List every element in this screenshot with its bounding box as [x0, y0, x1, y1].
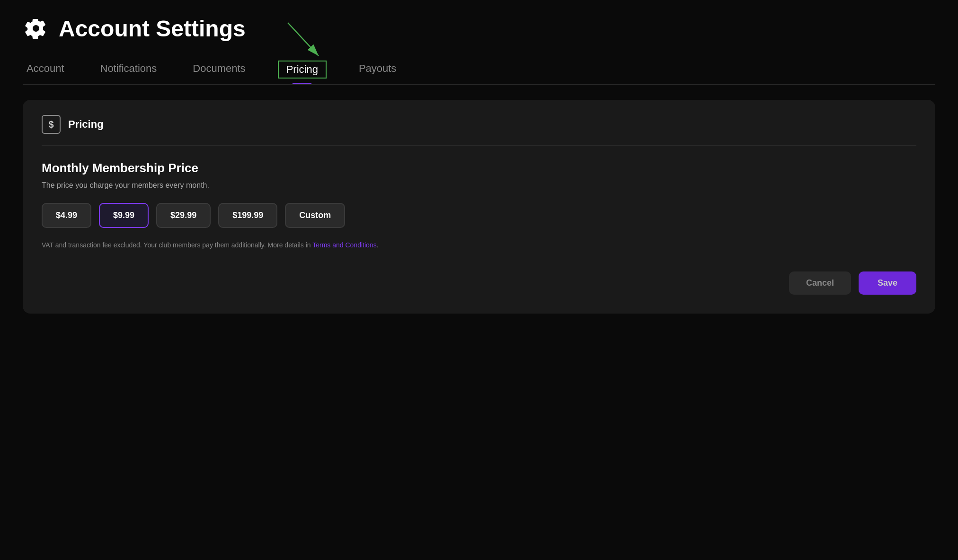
tab-payouts[interactable]: Payouts [355, 61, 400, 79]
gear-icon [23, 15, 49, 42]
price-button-999[interactable]: $9.99 [99, 203, 149, 228]
tab-pricing[interactable]: Pricing [278, 61, 327, 79]
card-header: $ Pricing [42, 115, 916, 146]
card-title: Pricing [68, 118, 104, 131]
nav-area: Account Notifications Documents Pricing … [23, 61, 935, 85]
pricing-section: Monthly Membership Price The price you c… [42, 161, 916, 249]
main-nav: Account Notifications Documents Pricing … [23, 61, 935, 84]
price-button-custom[interactable]: Custom [285, 203, 345, 228]
pricing-card: $ Pricing Monthly Membership Price The p… [23, 100, 935, 314]
dollar-icon: $ [42, 115, 61, 134]
page-header: Account Settings [23, 15, 935, 42]
section-title: Monthly Membership Price [42, 161, 916, 175]
save-button[interactable]: Save [859, 271, 916, 295]
nav-divider [23, 84, 935, 85]
price-button-2999[interactable]: $29.99 [156, 203, 211, 228]
card-footer: Cancel Save [42, 271, 916, 295]
price-button-499[interactable]: $4.99 [42, 203, 91, 228]
price-button-19999[interactable]: $199.99 [218, 203, 277, 228]
tab-documents[interactable]: Documents [189, 61, 249, 79]
section-desc: The price you charge your members every … [42, 181, 916, 190]
tab-notifications[interactable]: Notifications [97, 61, 161, 79]
price-options: $4.99 $9.99 $29.99 $199.99 Custom [42, 203, 916, 228]
vat-notice: VAT and transaction fee excluded. Your c… [42, 241, 916, 249]
tab-account[interactable]: Account [23, 61, 68, 79]
terms-link[interactable]: Terms and Conditions [312, 241, 376, 249]
cancel-button[interactable]: Cancel [789, 271, 851, 295]
page-title: Account Settings [59, 16, 246, 42]
